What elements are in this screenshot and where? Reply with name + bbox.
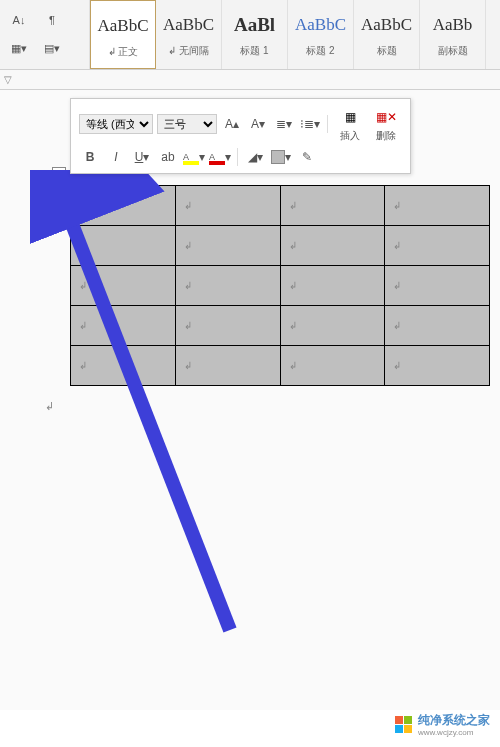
table-cell[interactable]: ↲ xyxy=(175,266,280,306)
table-row: ↲ ↲ ↲ ↲ xyxy=(71,186,490,226)
ruler[interactable]: ▽ xyxy=(0,70,500,90)
highlight-button[interactable]: ab xyxy=(157,147,179,167)
delete-group[interactable]: ▦✕ 删除 xyxy=(370,105,402,143)
style-preview: AaBl xyxy=(224,6,285,44)
shading-mini-button[interactable]: ◢▾ xyxy=(244,147,266,167)
paragraph-marks-button[interactable]: ¶ xyxy=(37,9,67,31)
table-cell[interactable]: ↲ xyxy=(280,346,385,386)
table-cell[interactable]: ↲ xyxy=(175,186,280,226)
table-cell[interactable]: ↲ xyxy=(71,226,176,266)
style-preview: AaBb xyxy=(422,6,483,44)
underline-button[interactable]: U▾ xyxy=(131,147,153,167)
table-cell[interactable]: ↲ xyxy=(280,266,385,306)
style-label: 标题 xyxy=(356,44,417,58)
shrink-font-button[interactable]: A▾ xyxy=(247,114,269,134)
table-cell[interactable]: ↲ xyxy=(385,346,490,386)
table-cell[interactable]: ↲ xyxy=(71,266,176,306)
font-size-select[interactable]: 三号 xyxy=(157,114,217,134)
style-label: 标题 2 xyxy=(290,44,351,58)
style-preview: AaBbC xyxy=(290,6,351,44)
insert-table-icon: ▦ xyxy=(338,105,362,129)
table-move-handle[interactable]: ✥ xyxy=(52,167,66,181)
table-cell[interactable]: ↲ xyxy=(385,226,490,266)
styles-ribbon: A↓ ¶ ▦▾ ▤▾ AaBbC ↲ 正文 AaBbC ↲ 无间隔 AaBl 标… xyxy=(0,0,500,70)
paragraph-mark: ↲ xyxy=(45,400,54,413)
bold-button[interactable]: B xyxy=(79,147,101,167)
highlight-color-button[interactable]: A▾ xyxy=(183,147,205,167)
shading-button[interactable]: ▦▾ xyxy=(4,38,34,60)
table-cell[interactable]: ↲ xyxy=(385,266,490,306)
table-row: ↲ ↲ ↲ ↲ xyxy=(71,266,490,306)
bullets-button[interactable]: ≣▾ xyxy=(273,114,295,134)
style-label: ↲ 无间隔 xyxy=(158,44,219,58)
style-preview: AaBbC xyxy=(356,6,417,44)
table-cell[interactable]: ↲ xyxy=(175,226,280,266)
style-title[interactable]: AaBbC 标题 xyxy=(354,0,420,69)
italic-button[interactable]: I xyxy=(105,147,127,167)
styles-gallery[interactable]: AaBbC ↲ 正文 AaBbC ↲ 无间隔 AaBl 标题 1 AaBbC 标… xyxy=(90,0,500,69)
mini-toolbar: 等线 (西文 三号 A▴ A▾ ≣▾ ⁝≣▾ ▦ 插入 ▦✕ 删除 B I U▾… xyxy=(70,98,411,174)
ribbon-left-tools: A↓ ¶ ▦▾ ▤▾ xyxy=(0,0,90,69)
style-label: 副标题 xyxy=(422,44,483,58)
table-cell[interactable]: ↲ xyxy=(280,186,385,226)
style-heading-1[interactable]: AaBl 标题 1 xyxy=(222,0,288,69)
table-cell[interactable]: ↲ xyxy=(175,306,280,346)
table-cell[interactable]: ↲ xyxy=(385,306,490,346)
style-preview: AaBbC xyxy=(158,6,219,44)
style-subtitle[interactable]: AaBb 副标题 xyxy=(420,0,486,69)
style-label: 标题 1 xyxy=(224,44,285,58)
table-container: ✥ ↲ ↲ ↲ ↲ ↲ ↲ ↲ ↲ ↲ ↲ ↲ ↲ ↲ ↲ xyxy=(70,185,490,386)
delete-table-icon: ▦✕ xyxy=(374,105,398,129)
style-preview: AaBbC xyxy=(93,7,153,45)
table-cell[interactable]: ↲ xyxy=(71,306,176,346)
table-cell[interactable]: ↲ xyxy=(71,186,176,226)
watermark-title: 纯净系统之家 xyxy=(418,712,490,729)
numbering-button[interactable]: ⁝≣▾ xyxy=(299,114,321,134)
table-row: ↲ ↲ ↲ ↲ xyxy=(71,346,490,386)
borders-button[interactable]: ▤▾ xyxy=(37,38,67,60)
table-cell[interactable]: ↲ xyxy=(385,186,490,226)
ruler-indent-handle[interactable]: ▽ xyxy=(4,74,12,85)
grow-font-button[interactable]: A▴ xyxy=(221,114,243,134)
table-cell[interactable]: ↲ xyxy=(280,306,385,346)
table-cell[interactable]: ↲ xyxy=(175,346,280,386)
document-canvas[interactable]: 等线 (西文 三号 A▴ A▾ ≣▾ ⁝≣▾ ▦ 插入 ▦✕ 删除 B I U▾… xyxy=(0,90,500,710)
format-painter-button[interactable]: ✎ xyxy=(296,147,318,167)
watermark: 纯净系统之家 www.wcjzy.com xyxy=(395,712,490,737)
document-table[interactable]: ↲ ↲ ↲ ↲ ↲ ↲ ↲ ↲ ↲ ↲ ↲ ↲ ↲ ↲ ↲ ↲ xyxy=(70,185,490,386)
insert-group[interactable]: ▦ 插入 xyxy=(334,105,366,143)
watermark-url: www.wcjzy.com xyxy=(418,728,490,737)
style-heading-2[interactable]: AaBbC 标题 2 xyxy=(288,0,354,69)
style-label: ↲ 正文 xyxy=(93,45,153,59)
table-cell[interactable]: ↲ xyxy=(71,346,176,386)
sort-button[interactable]: A↓ xyxy=(4,9,34,31)
font-name-select[interactable]: 等线 (西文 xyxy=(79,114,153,134)
fill-color-button[interactable]: ▾ xyxy=(270,147,292,167)
table-row: ↲ ↲ ↲ ↲ xyxy=(71,226,490,266)
watermark-logo-icon xyxy=(395,716,412,733)
font-color-button[interactable]: A▾ xyxy=(209,147,231,167)
style-no-spacing[interactable]: AaBbC ↲ 无间隔 xyxy=(156,0,222,69)
table-row: ↲ ↲ ↲ ↲ xyxy=(71,306,490,346)
table-cell[interactable]: ↲ xyxy=(280,226,385,266)
style-normal[interactable]: AaBbC ↲ 正文 xyxy=(90,0,156,69)
